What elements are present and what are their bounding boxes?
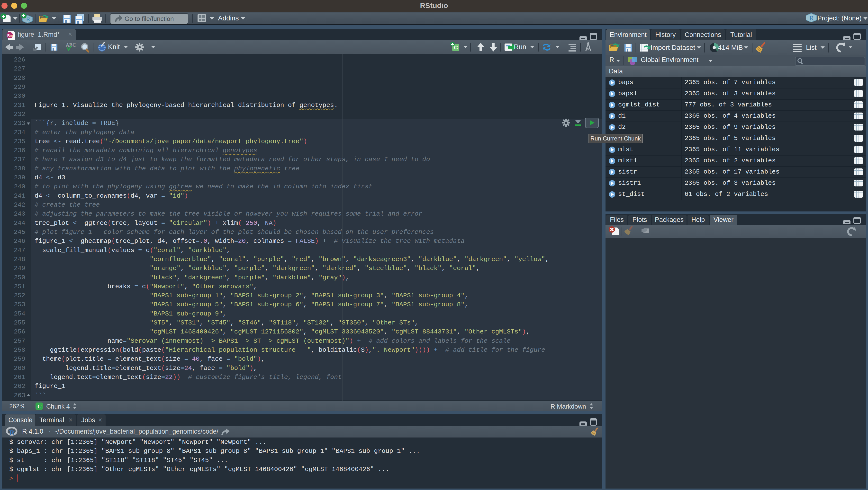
svg-text:Rmd: Rmd (7, 34, 15, 37)
svg-text:C: C (454, 44, 458, 51)
svg-text:R: R (809, 14, 814, 22)
svg-text:C: C (37, 403, 41, 410)
svg-text:R: R (9, 428, 14, 436)
svg-text:R: R (26, 15, 30, 23)
